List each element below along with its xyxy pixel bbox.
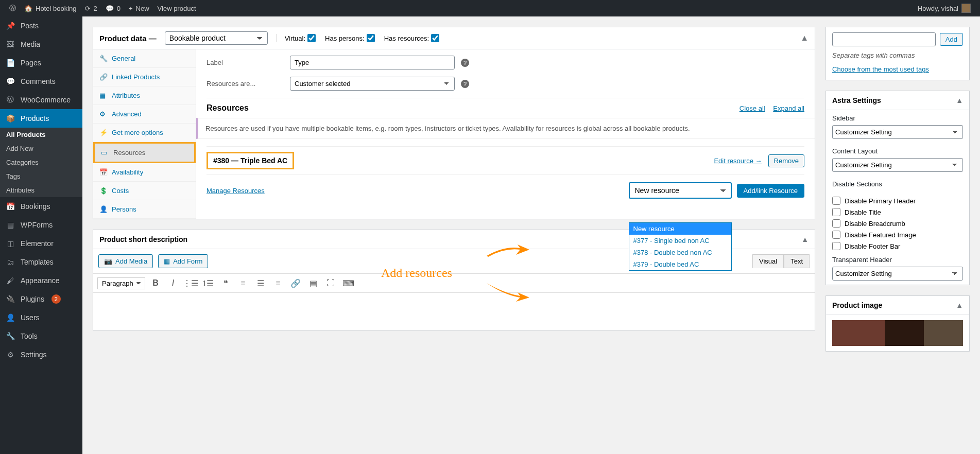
view-product-label: View product (158, 5, 196, 12)
updates-link[interactable]: ⟳2 (81, 0, 101, 16)
avatar (961, 4, 971, 13)
refresh-icon: ⟳ (85, 5, 91, 12)
howdy-label: Howdy, vishal (918, 5, 958, 12)
site-name-link[interactable]: 🏠Hotel booking (20, 0, 81, 16)
wp-logo[interactable]: ⓦ (5, 0, 20, 16)
new-content-link[interactable]: +New (125, 0, 153, 16)
updates-count: 2 (94, 5, 97, 12)
admin-bar: ⓦ 🏠Hotel booking ⟳2 💬0 +New View product… (0, 0, 980, 16)
comment-icon: 💬 (106, 5, 114, 12)
new-label: New (136, 5, 149, 12)
my-account[interactable]: Howdy, vishal (914, 0, 975, 16)
site-name-label: Hotel booking (36, 5, 77, 12)
comments-link[interactable]: 💬0 (101, 0, 125, 16)
wordpress-icon: ⓦ (9, 4, 16, 13)
plus-icon: + (129, 5, 133, 12)
view-product-link[interactable]: View product (153, 0, 200, 16)
comments-count: 0 (117, 5, 121, 12)
home-icon: 🏠 (24, 5, 32, 12)
